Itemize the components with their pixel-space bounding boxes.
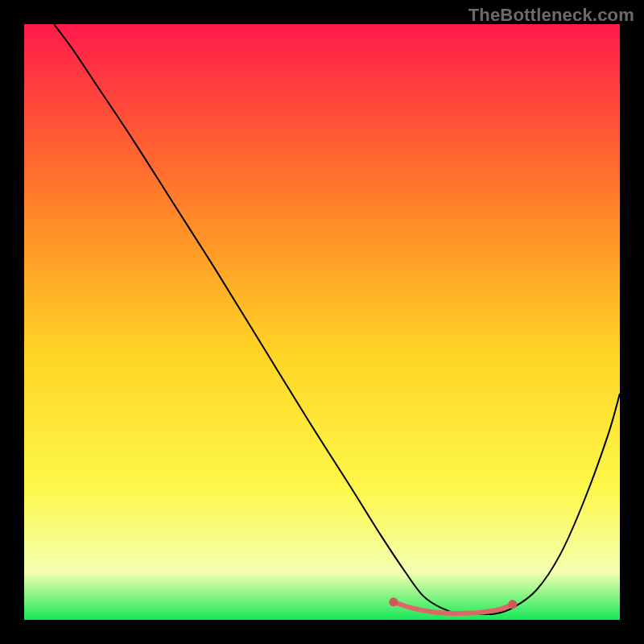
gradient-background — [24, 24, 620, 620]
optimal-zone-endpoint — [508, 600, 517, 609]
attribution-label: TheBottleneck.com — [469, 5, 634, 26]
optimal-zone-endpoint — [389, 597, 398, 606]
bottleneck-plot — [24, 24, 620, 620]
